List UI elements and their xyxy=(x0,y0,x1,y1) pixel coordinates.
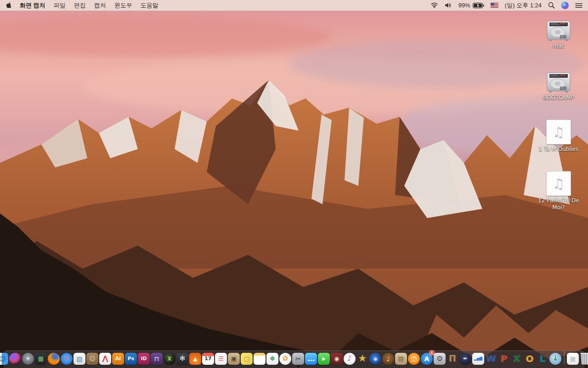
garageband-icon: ♩ xyxy=(382,353,394,365)
vlc-icon: ▲ xyxy=(189,353,201,365)
dock-bluray-player[interactable]: ◉ xyxy=(369,352,382,365)
preview-icon: ▨ xyxy=(74,353,85,365)
photoshop-icon: Ps xyxy=(125,353,137,365)
menu-clock[interactable]: (일) 오후 1:24 xyxy=(505,1,542,10)
dock-launchpad[interactable]: ✈ xyxy=(22,352,34,365)
dock-macs-fan-control[interactable]: ✻ xyxy=(176,352,189,365)
dock-firefox[interactable] xyxy=(48,352,60,365)
volume-icon[interactable] xyxy=(445,2,452,8)
desktop: 화면 캡처 파일편집캡처윈도우도움말 99% xyxy=(0,0,588,368)
desktop-icon-label: 1 Tu M'Oublies xyxy=(539,146,579,153)
trash-icon xyxy=(580,353,588,365)
dock-excel[interactable]: X xyxy=(511,352,523,365)
dock-downloader[interactable]: ↓ xyxy=(549,352,562,365)
excel-icon: X xyxy=(511,353,523,365)
dock-siri[interactable] xyxy=(9,352,22,365)
menu-bar-right: 99% (일) 오후 1:24 xyxy=(430,1,582,10)
dock-vlc[interactable]: ▲ xyxy=(189,352,202,365)
notification-center-icon[interactable] xyxy=(575,3,582,8)
dock-star-app[interactable]: ★ xyxy=(356,352,369,365)
desktop-icon-parle-t-il-de-moi[interactable]: ♫ 12 Parle-T-Il De Moi? xyxy=(532,169,585,221)
menu-윈도우[interactable]: 윈도우 xyxy=(114,1,132,10)
pages-icon: ✒ xyxy=(459,353,471,365)
desktop-icon-label: BOOTCAMP xyxy=(543,94,574,101)
system-preferences-icon: ⚙ xyxy=(434,353,446,365)
keynote-icon: Π xyxy=(447,353,458,365)
wallpaper xyxy=(0,11,588,368)
dock-word[interactable]: W xyxy=(485,352,498,365)
dock-garageband[interactable]: ♩ xyxy=(382,352,395,365)
dock-notes[interactable] xyxy=(254,352,266,365)
battery-charging-icon xyxy=(473,3,484,8)
desktop-icon-mac[interactable]: mac xyxy=(532,15,585,66)
dock-collage[interactable]: ▤ xyxy=(395,352,407,365)
dock-app-store[interactable]: A4 xyxy=(421,352,433,365)
bluray-player-icon: ◉ xyxy=(369,353,381,365)
dock-illustrator[interactable]: Ai xyxy=(112,352,124,365)
dock-calendar[interactable]: 17 xyxy=(202,352,215,365)
dock-photoshop[interactable]: Ps xyxy=(125,352,137,365)
battery-status[interactable]: 99% xyxy=(458,2,484,9)
dock-stuffit-expander[interactable]: ▣ xyxy=(228,352,240,365)
collage-icon: ▤ xyxy=(395,353,407,365)
dock-toast-titanium[interactable]: ⊓ xyxy=(151,352,163,365)
desktop-icon-tu-moublies[interactable]: ♫ 1 Tu M'Oublies xyxy=(532,118,585,169)
templates-icon: ✽ xyxy=(266,353,278,365)
dock-safari[interactable]: ✦ xyxy=(61,352,73,365)
dock-finder[interactable]: ☺ xyxy=(0,352,9,365)
powerpoint-icon: P xyxy=(498,353,510,365)
desktop-icon-label: mac xyxy=(553,43,565,50)
dock-powerpoint[interactable]: P xyxy=(498,352,510,365)
dock-numbers[interactable]: ▂▅▇ xyxy=(472,352,485,365)
spotlight-search-icon[interactable] xyxy=(548,2,555,9)
menu-캡처[interactable]: 캡처 xyxy=(94,1,106,10)
dock-photos[interactable]: ✿ xyxy=(279,352,292,365)
mission-control-icon: ▦ xyxy=(35,353,47,365)
music-note-glyph: ♫ xyxy=(553,176,565,192)
dock-stickies[interactable]: ▢ xyxy=(241,352,253,365)
siri-icon[interactable] xyxy=(561,2,569,9)
hard-drive-icon xyxy=(546,66,571,93)
dock-preview[interactable]: ▨ xyxy=(74,352,86,365)
dock-lync[interactable]: L xyxy=(537,352,549,365)
dock-mission-control[interactable]: ▦ xyxy=(35,352,47,365)
dock-messages[interactable]: … xyxy=(305,352,317,365)
input-source-flag-icon[interactable] xyxy=(491,3,498,8)
dock-grab[interactable]: ✂ xyxy=(292,352,305,365)
audio-file-icon: ♫ xyxy=(546,118,571,144)
menu-파일[interactable]: 파일 xyxy=(54,1,66,10)
dock-itunes[interactable]: ♪ xyxy=(344,352,356,365)
dock-document[interactable]: ▤ xyxy=(567,352,579,365)
dock-reminders[interactable]: ☰ xyxy=(215,352,227,365)
dock-divider xyxy=(564,351,565,364)
desktop-icon-bootcamp[interactable]: BOOTCAMP xyxy=(532,66,585,118)
facetime-icon: ▶ xyxy=(318,353,330,365)
dock-system-preferences[interactable]: ⚙ xyxy=(434,352,446,365)
dock-acrobat-reader[interactable]: ⋀ xyxy=(99,352,112,365)
dock-indesign[interactable]: ID xyxy=(138,352,150,365)
contacts-icon: ☺ xyxy=(86,353,98,365)
dock-facetime[interactable]: ▶ xyxy=(318,352,330,365)
apple-menu[interactable] xyxy=(6,2,11,9)
dock-trash[interactable] xyxy=(580,352,588,365)
safari-icon: ✦ xyxy=(61,353,73,365)
menu-편집[interactable]: 편집 xyxy=(74,1,86,10)
numbers-icon: ▂▅▇ xyxy=(472,353,484,365)
photos-icon: ✿ xyxy=(279,353,291,365)
menu-app-name[interactable]: 화면 캡처 xyxy=(20,1,45,10)
menu-bar-left: 화면 캡처 파일편집캡처윈도우도움말 xyxy=(6,1,158,10)
dock-pages[interactable]: ✒ xyxy=(459,352,472,365)
messages-icon: … xyxy=(305,353,317,365)
dock-photo-booth[interactable]: ◉ xyxy=(331,352,343,365)
dock-contacts[interactable]: ☺ xyxy=(86,352,99,365)
dock-ibooks[interactable]: ◫ xyxy=(408,352,420,365)
menu-도움말[interactable]: 도움말 xyxy=(141,1,158,10)
ibooks-icon: ◫ xyxy=(408,353,420,365)
stickies-icon: ▢ xyxy=(241,353,253,365)
dock-keynote[interactable]: Π xyxy=(447,352,459,365)
dock-templates[interactable]: ✽ xyxy=(266,352,279,365)
wifi-icon[interactable] xyxy=(430,2,438,8)
dock-xld[interactable]: X xyxy=(164,352,176,365)
menu-bar: 화면 캡처 파일편집캡처윈도우도움말 99% xyxy=(0,0,588,11)
dock-outlook[interactable]: O xyxy=(524,352,536,365)
